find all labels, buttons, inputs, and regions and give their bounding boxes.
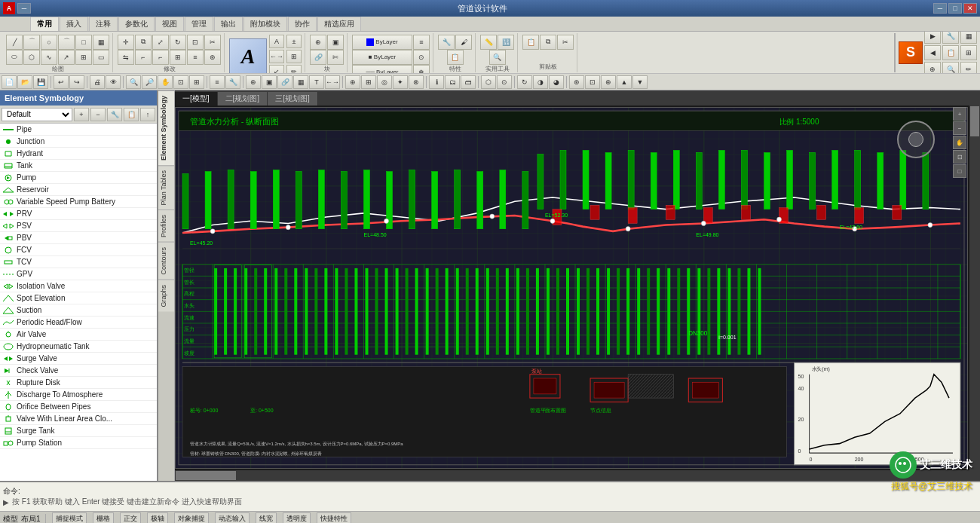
minimize-button[interactable]: ─ [933,3,947,14]
h-scroll-thumb[interactable] [176,471,236,480]
layer-props-btn[interactable]: ≡ [413,35,430,50]
tab-output[interactable]: 输出 [214,17,243,31]
list-item-vspp[interactable]: Variable Speed Pump Battery [0,196,157,208]
s-tool3[interactable]: ⊕ [924,62,941,75]
side-tab-contours[interactable]: Contours [158,242,174,280]
list-item-surge-valve[interactable]: Surge Valve [0,353,157,365]
s-tool5[interactable]: 📋 [942,45,959,60]
panel-btn1[interactable]: + [74,108,89,121]
region-btn[interactable]: ⊞ [75,50,92,65]
lw-status-btn[interactable]: 线宽 [256,512,277,523]
text-style-btn[interactable]: A [229,38,267,75]
layer-control[interactable]: ByLayer [352,35,412,50]
tab-collab[interactable]: 协作 [288,17,317,31]
zoom-extents-btn[interactable]: ⊞ [189,75,204,89]
list-item-pump-station[interactable]: Pump Station [0,437,157,449]
polar-btn[interactable]: ◎ [377,75,392,89]
osnap-btn[interactable]: ✦ [393,75,408,89]
list-item-orifice[interactable]: Orifice Between Pipes [0,401,157,413]
list-item-air-valve[interactable]: Air Valve [0,329,157,341]
undo-btn[interactable]: ↩ [54,75,69,89]
list-item-discharge-atm[interactable]: Discharge To Atmosphere [0,389,157,401]
zoom-out-small[interactable]: − [953,121,966,135]
tab-parametric[interactable]: 参数化 [118,17,155,31]
xref-btn[interactable]: 🔗 [310,50,326,65]
tab-manage[interactable]: 管理 [185,17,213,31]
otrack-btn[interactable]: ⊗ [409,75,424,89]
list-item-fcv[interactable]: FCV [0,244,157,256]
extra2-btn[interactable]: ⊡ [585,75,600,89]
osnap-status-btn[interactable]: 对象捕捉 [174,512,209,523]
linetype-control[interactable]: ── ByLayer [352,65,412,75]
trim-btn[interactable]: ✂ [204,35,221,50]
panel-btn5[interactable]: ↑ [140,108,155,121]
list-item-pump[interactable]: Pump [0,172,157,184]
s-logo-btn[interactable]: S [899,41,923,64]
polar-status-btn[interactable]: 极轴 [147,512,168,523]
list-item-tcv[interactable]: TCV [0,256,157,268]
new-file-btn[interactable]: 📄 [2,75,17,89]
canvas-tab-2[interactable]: 二[规划图] [218,92,268,106]
maximize-button[interactable]: □ [948,3,962,14]
spline-btn[interactable]: ∿ [41,50,57,65]
offset-btn[interactable]: ≡ [187,50,204,65]
layerprop-btn[interactable]: 🔧 [225,75,240,89]
cut-btn[interactable]: ✂ [557,35,574,50]
mirror-btn[interactable]: ⇋ [118,50,134,65]
panel-btn3[interactable]: 🔧 [107,108,122,121]
tab-view[interactable]: 视图 [155,17,184,31]
close-button[interactable]: ✕ [963,3,977,14]
table-btn[interactable]: ⊞ [286,50,302,63]
extra3-btn[interactable]: ⊕ [601,75,616,89]
navwheel-btn[interactable]: ⊙ [497,75,512,89]
dynin-status-btn[interactable]: 动态输入 [215,512,250,523]
zoom-btn[interactable]: 🔍 [489,50,506,65]
list-item-pipe[interactable]: Pipe [0,124,157,136]
save-btn[interactable]: 💾 [33,75,48,89]
side-tab-plan[interactable]: Plan Tables [158,165,174,210]
tab-annotate[interactable]: 注释 [89,17,118,31]
move-btn[interactable]: ✛ [118,35,134,50]
stretch-btn[interactable]: ⤢ [152,35,169,50]
block2-btn[interactable]: ▣ [262,75,277,89]
list-item-gpv[interactable]: GPV [0,268,157,280]
s-tool1[interactable]: ▶ [924,32,941,44]
list-item-hydrant[interactable]: Hydrant [0,148,157,160]
ortho-btn[interactable]: ⊞ [361,75,376,89]
tolerance-btn[interactable]: ± [286,35,302,48]
block-btn[interactable]: ▣ [327,35,344,50]
s-tool6[interactable]: 🔍 [942,62,959,75]
hide-btn[interactable]: ◑ [533,75,548,89]
ray-btn[interactable]: ↗ [58,50,75,65]
pan-btn[interactable]: ✋ [158,75,173,89]
transp-status-btn[interactable]: 透明度 [283,512,311,523]
list-item-spot-elevation[interactable]: Spot Elevation [0,292,157,304]
list-item-surge-tank[interactable]: Surge Tank [0,425,157,437]
v-scroll-thumb[interactable] [970,106,979,136]
viewcube-btn[interactable]: ⬡ [481,75,496,89]
list-item-junction[interactable]: Junction [0,136,157,148]
listprop-btn[interactable]: 📋 [447,50,464,65]
tab-common[interactable]: 常用 [30,17,59,31]
dim2-btn[interactable]: ←→ [325,75,340,89]
open-btn[interactable]: 📂 [17,75,32,89]
preview-btn[interactable]: 👁 [106,75,121,89]
arc-btn[interactable]: ⌒ [58,35,75,50]
tool-palettes-btn[interactable]: 🗃 [461,75,476,89]
layer-btn[interactable]: ≡ [210,75,225,89]
color-control[interactable]: ■ ByLayer [352,50,412,65]
redo-btn[interactable]: ↪ [69,75,84,89]
properties2-btn[interactable]: ℹ [429,75,444,89]
snap-btn[interactable]: ⊕ [345,75,360,89]
hatch2-btn[interactable]: ▦ [293,75,308,89]
zoom-in-small[interactable]: + [953,107,966,121]
list-item-reservoir[interactable]: Reservoir [0,184,157,196]
layer-isolate-btn[interactable]: ⊙ [413,50,430,65]
pan-small[interactable]: ✋ [953,136,966,149]
s-tool4[interactable]: 🔧 [942,32,959,44]
panel-btn2[interactable]: − [90,108,106,121]
paste-btn[interactable]: 📋 [522,35,539,50]
props-btn[interactable]: 🔧 [438,35,455,50]
matchprop-btn[interactable]: 🖌 [455,35,472,50]
tab-insert[interactable]: 插入 [60,17,88,31]
